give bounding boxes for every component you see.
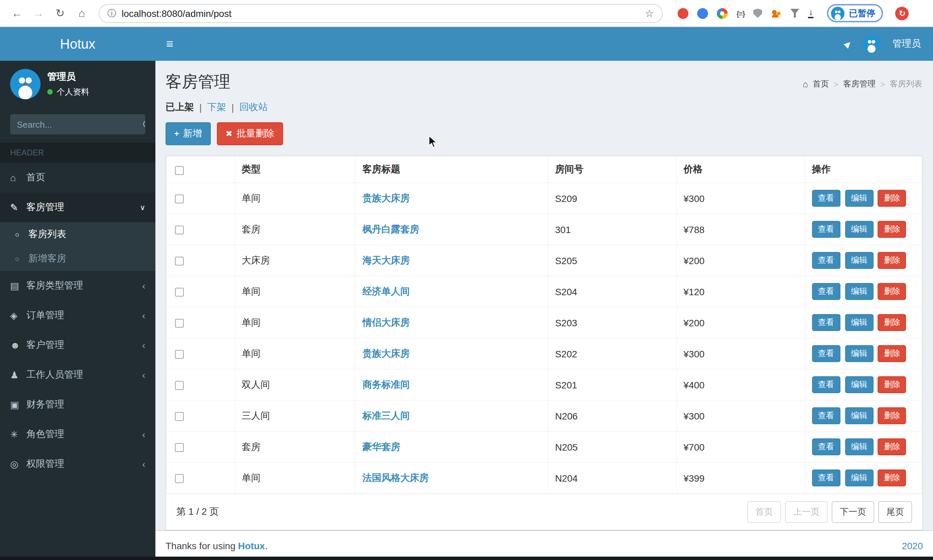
delete-button[interactable]: 删除 <box>878 221 906 238</box>
browser-reload-button[interactable]: ↻ <box>51 5 69 22</box>
sidebar-item-orders[interactable]: ◈ 订单管理 ‹ <box>0 301 156 330</box>
room-title-link[interactable]: 海天大床房 <box>362 254 410 265</box>
delete-button[interactable]: 删除 <box>878 345 906 362</box>
sidebar-item-customers[interactable]: ☻ 客户管理 ‹ <box>0 330 156 360</box>
pagination-next-button[interactable]: 下一页 <box>831 501 874 523</box>
row-checkbox[interactable] <box>175 350 184 359</box>
extension-icon-shield[interactable] <box>753 8 762 18</box>
site-info-icon[interactable]: ⓘ <box>108 7 116 19</box>
view-button[interactable]: 查看 <box>812 469 840 486</box>
delete-button[interactable]: 删除 <box>878 190 906 207</box>
sidebar-item-room-type[interactable]: ▤ 客房类型管理 ‹ <box>0 271 156 301</box>
extension-icon-colorful[interactable] <box>717 8 728 18</box>
extension-icon-funnel[interactable] <box>790 9 799 18</box>
room-title-link[interactable]: 商务标准间 <box>362 378 410 389</box>
room-title-link[interactable]: 贵族大床房 <box>362 348 410 358</box>
edit-button[interactable]: 编辑 <box>845 376 873 393</box>
navbar-user-avatar[interactable] <box>863 35 880 53</box>
room-title-link[interactable]: 枫丹白露套房 <box>362 223 419 234</box>
select-all-checkbox[interactable] <box>175 166 184 175</box>
navbar-user-name[interactable]: 管理员 <box>893 38 921 50</box>
row-checkbox[interactable] <box>175 319 184 328</box>
room-no-cell: S205 <box>548 245 676 276</box>
sidebar-item-permissions[interactable]: ◎ 权限管理 ‹ <box>0 449 156 479</box>
sidebar-item-staff[interactable]: ♟ 工作人员管理 ‹ <box>0 360 156 390</box>
profile-link[interactable]: 个人资料 <box>57 86 89 98</box>
edit-button[interactable]: 编辑 <box>845 283 873 300</box>
sidebar-item-room-management[interactable]: ✎ 客房管理 ∨ <box>0 192 156 222</box>
sidebar-toggle-icon[interactable]: ≡ <box>156 27 184 61</box>
location-arrow-icon[interactable]: ▶ <box>842 38 853 50</box>
browser-back-button[interactable]: ← <box>8 5 26 22</box>
row-checkbox[interactable] <box>175 257 184 266</box>
footer-brand-link[interactable]: Hotux <box>238 540 265 551</box>
pagination-first-button[interactable]: 首页 <box>747 501 781 523</box>
pagination-last-button[interactable]: 尾页 <box>878 501 912 523</box>
delete-button[interactable]: 删除 <box>878 283 906 300</box>
row-checkbox[interactable] <box>175 475 184 483</box>
edit-button[interactable]: 编辑 <box>845 314 873 331</box>
row-checkbox[interactable] <box>175 195 184 204</box>
room-title-link[interactable]: 贵族大床房 <box>362 192 410 203</box>
view-button[interactable]: 查看 <box>812 221 840 238</box>
edit-button[interactable]: 编辑 <box>845 221 873 238</box>
browser-home-button[interactable]: ⌂ <box>73 5 91 22</box>
brand-logo[interactable]: Hotux <box>0 27 156 61</box>
edit-button[interactable]: 编辑 <box>845 469 873 486</box>
extension-icon-people[interactable] <box>771 9 782 17</box>
search-input[interactable] <box>10 114 143 134</box>
bookmark-star-icon[interactable]: ☆ <box>645 7 654 19</box>
extension-icon-json[interactable]: {≡} <box>736 9 745 17</box>
edit-button[interactable]: 编辑 <box>845 190 873 207</box>
pagination-prev-button[interactable]: 上一页 <box>785 501 828 523</box>
view-button[interactable]: 查看 <box>812 407 840 424</box>
delete-button[interactable]: 删除 <box>878 314 906 331</box>
edit-button[interactable]: 编辑 <box>845 407 873 424</box>
sidebar-item-finance[interactable]: ▣ 财务管理 <box>0 390 156 420</box>
browser-forward-button[interactable]: → <box>30 5 47 22</box>
filter-published[interactable]: 已上架 <box>166 102 194 114</box>
extension-icon-adblock[interactable] <box>677 8 688 18</box>
filter-unpublished[interactable]: 下架 <box>207 102 226 114</box>
view-button[interactable]: 查看 <box>812 314 840 331</box>
room-title-link[interactable]: 情侣大床房 <box>362 317 410 327</box>
edit-button[interactable]: 编辑 <box>845 438 873 455</box>
row-checkbox[interactable] <box>175 382 184 390</box>
row-checkbox[interactable] <box>175 443 184 452</box>
search-button[interactable] <box>143 114 145 134</box>
room-title-link[interactable]: 法国风格大床房 <box>362 472 429 483</box>
extension-icon-blue[interactable] <box>697 8 708 18</box>
row-checkbox[interactable] <box>175 226 184 235</box>
delete-button[interactable]: 删除 <box>878 469 906 486</box>
breadcrumb-link-rooms[interactable]: 客房管理 <box>843 78 876 90</box>
view-button[interactable]: 查看 <box>812 376 840 393</box>
view-button[interactable]: 查看 <box>812 438 840 455</box>
view-button[interactable]: 查看 <box>812 283 840 300</box>
row-checkbox[interactable] <box>175 412 184 421</box>
view-button[interactable]: 查看 <box>812 252 840 269</box>
browser-profile-chip[interactable]: 已暂停 <box>827 4 883 22</box>
edit-button[interactable]: 编辑 <box>845 345 873 362</box>
row-checkbox[interactable] <box>175 288 184 297</box>
browser-update-icon[interactable]: ↻ <box>896 6 909 20</box>
delete-button[interactable]: 删除 <box>878 407 906 424</box>
batch-delete-button[interactable]: ✖ 批量删除 <box>217 122 283 145</box>
room-title-link[interactable]: 经济单人间 <box>362 285 410 296</box>
edit-button[interactable]: 编辑 <box>845 252 873 269</box>
view-button[interactable]: 查看 <box>812 345 840 362</box>
room-title-link[interactable]: 标准三人间 <box>362 410 410 420</box>
sidebar-item-room-list[interactable]: ○ 客房列表 <box>0 222 156 246</box>
delete-button[interactable]: 删除 <box>878 376 906 393</box>
breadcrumb-link-home[interactable]: 首页 <box>813 78 829 90</box>
sidebar-item-home[interactable]: ⌂ 首页 <box>0 163 156 192</box>
view-button[interactable]: 查看 <box>812 190 840 207</box>
room-title-link[interactable]: 豪华套房 <box>362 441 400 452</box>
delete-button[interactable]: 删除 <box>878 438 906 455</box>
address-bar[interactable]: ⓘ localhost:8080/admin/post ☆ <box>99 4 663 23</box>
filter-recycle-bin[interactable]: 回收站 <box>240 102 268 114</box>
sidebar-item-room-add[interactable]: ○ 新增客房 <box>0 246 156 271</box>
add-button[interactable]: + 新增 <box>166 122 211 145</box>
sidebar-item-roles[interactable]: ✳ 角色管理 ‹ <box>0 420 156 449</box>
delete-button[interactable]: 删除 <box>878 252 906 269</box>
browser-download-icon[interactable]: ↓ <box>808 8 814 18</box>
